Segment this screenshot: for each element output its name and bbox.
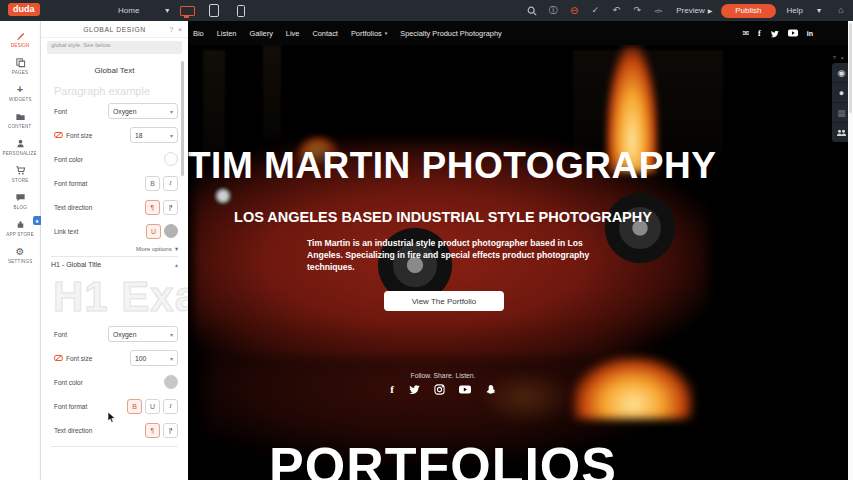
sidebar-item-store[interactable]: STORE — [0, 160, 41, 187]
device-switcher — [178, 0, 250, 21]
undo-button[interactable]: ↶ — [607, 3, 625, 18]
gear-icon: ⚙ — [16, 245, 25, 257]
instagram-icon[interactable] — [434, 384, 445, 395]
hero-paragraph: Tim Martin is an industrial style produc… — [307, 237, 619, 273]
h1-font-label: Font — [54, 331, 67, 338]
help-icon[interactable]: ? — [833, 55, 836, 61]
h1-direction-ltr-button[interactable]: ¶ — [145, 423, 160, 438]
cart-icon — [15, 164, 26, 176]
facebook-icon[interactable]: f — [758, 29, 761, 38]
h1-font-row: Font Oxygen ▾ — [54, 322, 178, 346]
link-color-swatch[interactable] — [164, 224, 178, 238]
mail-icon[interactable]: ✉ — [742, 29, 749, 38]
font-color-swatch[interactable] — [164, 152, 178, 166]
sidebar-item-label: WIDGETS — [9, 96, 32, 102]
chevron-down-icon: ▾ — [170, 108, 173, 115]
panel-header: GLOBAL DESIGN ? × — [41, 21, 188, 38]
close-icon[interactable]: × — [841, 55, 844, 61]
chevron-down-icon: ▾ — [175, 245, 178, 252]
dashboard-home-button[interactable]: ⌂ — [832, 3, 850, 18]
save-check-button[interactable]: ✓ — [586, 3, 604, 18]
h1-font-size-select[interactable]: 100 ▾ — [130, 350, 178, 366]
site-status-button[interactable]: ⊖ — [565, 3, 583, 18]
sidebar-item-pages[interactable]: PAGES — [0, 52, 41, 79]
h1-section-title: H1 - Global Title — [51, 261, 101, 268]
twitter-icon[interactable] — [408, 383, 420, 395]
duda-editor: duda Home ▾ ⓘ ⊖ ✓ ↶ ↷ </> Preview — [0, 0, 853, 480]
chevron-down-icon: ▾ — [170, 331, 173, 338]
navbar-social-icons: ✉ f in — [742, 21, 813, 45]
text-direction-row: Text direction ¶ ¶ — [54, 195, 178, 219]
redo-button[interactable]: ↷ — [628, 3, 646, 18]
home-icon: ⌂ — [838, 6, 843, 15]
youtube-icon[interactable] — [459, 385, 471, 394]
text-direction-label: Text direction — [54, 204, 92, 211]
sidebar-item-widgets[interactable]: + WIDGETS — [0, 79, 41, 106]
font-size-select[interactable]: 18 ▾ — [130, 127, 178, 143]
publish-button[interactable]: Publish — [721, 4, 775, 18]
speech-bubble-icon — [15, 191, 26, 203]
desktop-icon — [180, 6, 195, 16]
help-icon[interactable]: ? — [170, 26, 175, 33]
chevron-down-icon: ▾ — [817, 6, 821, 15]
direction-ltr-button[interactable]: ¶ — [145, 200, 160, 215]
twitter-icon[interactable] — [770, 29, 779, 38]
duda-logo[interactable]: duda — [8, 3, 40, 16]
pages-icon — [15, 56, 26, 68]
info-button[interactable]: ⓘ — [544, 3, 562, 18]
snapchat-icon[interactable] — [485, 384, 496, 395]
view-portfolio-button[interactable]: View The Portfolio — [384, 291, 504, 311]
link-text-label: Link text — [54, 228, 78, 235]
bold-button[interactable]: B — [145, 176, 160, 191]
font-color-label: Font color — [54, 156, 83, 163]
scrollbar-thumb[interactable] — [849, 23, 852, 113]
more-options-link[interactable]: More options ▾ — [41, 245, 178, 252]
h1-font-size-value: 100 — [135, 355, 146, 362]
font-format-row: Font format B I — [54, 171, 178, 195]
h1-section-header[interactable]: H1 - Global Title ▴ — [51, 261, 178, 268]
sidebar-item-app-store[interactable]: APP STORE ★ — [0, 214, 41, 241]
search-icon — [527, 6, 537, 16]
close-icon[interactable]: × — [178, 25, 183, 34]
topbar-actions: ⓘ ⊖ ✓ ↶ ↷ </> Preview ▶ Publish Help ▾ ⌂ — [523, 0, 850, 21]
sidebar-item-label: CONTENT — [8, 123, 32, 129]
h1-font-select[interactable]: Oxygen ▾ — [108, 326, 178, 342]
h1-italic-button[interactable]: I — [163, 399, 178, 414]
pilcrow-ltr-icon: ¶ — [151, 427, 155, 434]
sidebar-item-settings[interactable]: ⚙ SETTINGS — [0, 241, 41, 268]
panel-scrollbar[interactable] — [181, 61, 184, 176]
youtube-icon[interactable] — [788, 29, 798, 37]
page-selector[interactable]: Home ▾ — [118, 0, 169, 21]
preview-button[interactable]: Preview ▶ — [670, 6, 718, 15]
sidebar-item-personalize[interactable]: PERSONALIZE — [0, 133, 41, 160]
redo-icon: ↷ — [633, 6, 641, 15]
mouse-cursor — [107, 411, 116, 424]
direction-rtl-button[interactable]: ¶ — [163, 200, 178, 215]
sidebar-item-content[interactable]: CONTENT — [0, 106, 41, 133]
sidebar-item-label: APP STORE — [6, 231, 34, 237]
font-size-row: Font size 18 ▾ — [54, 123, 178, 147]
linkedin-icon[interactable]: in — [807, 30, 813, 37]
facebook-icon[interactable]: f — [390, 383, 394, 395]
h1-text-direction-label: Text direction — [54, 427, 92, 434]
h1-direction-rtl-button[interactable]: ¶ — [163, 423, 178, 438]
sidebar-item-design[interactable]: DESIGN — [0, 25, 41, 52]
follow-social-icons: f — [188, 383, 698, 395]
link-underline-button[interactable]: U — [146, 224, 161, 239]
panel-title: GLOBAL DESIGN — [83, 26, 146, 33]
italic-button[interactable]: I — [163, 176, 178, 191]
mobile-view-button[interactable] — [232, 3, 250, 19]
h1-font-color-swatch[interactable] — [164, 375, 178, 389]
help-menu[interactable]: Help ▾ — [779, 6, 829, 15]
h1-bold-button[interactable]: B — [127, 399, 142, 414]
sidebar-item-blog[interactable]: BLOG — [0, 187, 41, 214]
font-select[interactable]: Oxygen ▾ — [108, 103, 178, 119]
dev-mode-button[interactable]: </> — [649, 3, 667, 18]
h1-underline-button[interactable]: U — [145, 399, 160, 414]
puzzle-icon — [15, 218, 26, 230]
desktop-view-button[interactable] — [178, 3, 196, 19]
tablet-view-button[interactable] — [205, 3, 223, 19]
search-button[interactable] — [523, 3, 541, 18]
browser-scrollbar[interactable] — [848, 21, 853, 480]
font-select-value: Oxygen — [113, 108, 136, 115]
